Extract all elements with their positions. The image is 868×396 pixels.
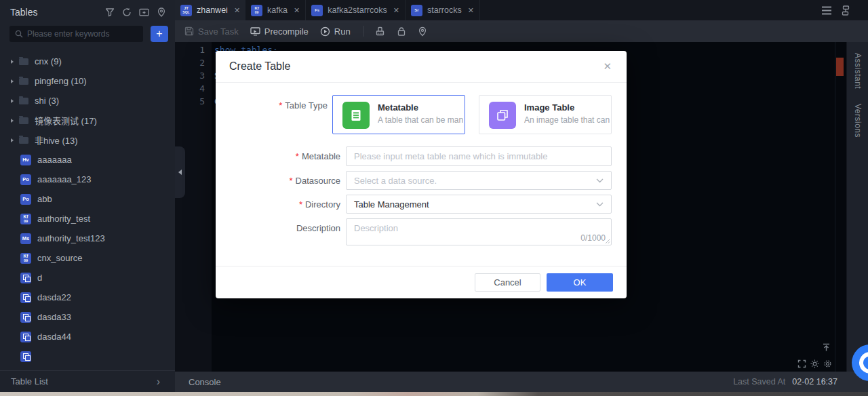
description-textarea[interactable] [347,219,611,245]
precompile-button[interactable]: Precompile [250,26,309,37]
tree-item-label: 镜像表测试 (17) [35,114,97,127]
tree-item[interactable]: shi (3) [0,91,175,111]
editor-tab[interactable]: Sr starrocks ✕ [406,0,480,20]
close-tab-icon[interactable]: ✕ [294,6,300,15]
metatable-label: *Metatable [216,151,340,161]
workflow-icon[interactable] [841,5,850,16]
new-folder-icon[interactable] [139,7,149,17]
table-type-card-metatable[interactable]: Metatable A table that can be managed [332,95,465,134]
ok-button[interactable]: OK [547,273,613,292]
tree-item-label: dasda22 [37,292,71,302]
table-type-badge [20,273,31,283]
panel-title: Tables [10,7,37,18]
position-pin-icon[interactable] [418,26,427,37]
table-type-badge [20,332,31,342]
tree-item-label: cnx_source [37,253,82,263]
image-table-icon [489,102,516,129]
error-marker [836,58,844,76]
tree-item[interactable]: Po abb [0,189,175,209]
console-tab[interactable]: Console [189,377,221,387]
task-type-icon: Kf09 [251,5,262,16]
editor-tab[interactable]: JTSQL zhanwei ✕ [175,0,245,20]
line-number: 5 [175,96,205,106]
dialog-footer: Cancel OK [216,266,627,298]
table-list-label: Table List [11,376,48,387]
theme-icon[interactable] [810,359,819,368]
tree-item[interactable]: d [0,268,175,288]
tree-item[interactable]: Po aaaaaaa_123 [0,170,175,189]
versions-tab[interactable]: Versions [853,104,863,138]
settings-gear-icon[interactable] [823,359,832,368]
tree-item[interactable]: Kf09 authority_test [0,209,175,229]
chevron-right-icon[interactable]: › [157,377,160,387]
directory-label: *Directory [216,199,340,210]
datasource-select[interactable]: Select a data source. [346,171,612,190]
table-type-badge [20,312,31,323]
task-type-icon: JTSQL [180,5,192,16]
close-dialog-icon[interactable]: ✕ [603,60,612,73]
cancel-button[interactable]: Cancel [475,273,540,292]
lock-icon[interactable] [397,26,406,37]
table-tree: cnx (9) pingfeng (10) shi (3) 镜像表测试 (1 [0,52,175,370]
editor-tab[interactable]: Kf09 kafka ✕ [245,0,306,20]
tables-panel: Tables + cnx (9) p [0,0,175,392]
tree-item-label: 非hive (13) [35,134,78,146]
directory-select[interactable]: Table Management [346,195,612,214]
description-label: Description [216,223,340,233]
menu-icon[interactable] [821,6,832,15]
search-input[interactable] [27,29,129,39]
scroll-to-top-icon[interactable] [822,343,831,352]
status-bar: Console Last Saved At 02-02 16:37 [175,372,868,392]
tree-item[interactable]: pingfeng (10) [0,71,175,91]
caret-right-icon [11,99,14,103]
task-type-icon: Sr [411,5,422,16]
resize-handle-icon[interactable] [605,239,610,244]
filter-icon[interactable] [105,7,115,17]
metatable-icon [342,102,370,129]
caret-right-icon [11,60,14,64]
tree-item-label: pingfeng (10) [35,76,87,86]
add-table-button[interactable]: + [151,26,168,42]
format-brush-icon[interactable] [375,26,385,37]
card-title: Metatable [378,102,463,113]
search-input-wrap [9,26,143,42]
caret-right-icon [11,79,14,83]
close-tab-icon[interactable]: ✕ [234,6,240,15]
tree-item[interactable]: dasda33 [0,307,175,327]
tree-item[interactable]: Hv aaaaaaa [0,150,175,170]
refresh-icon[interactable] [122,7,132,17]
close-tab-icon[interactable]: ✕ [393,6,399,15]
metatable-name-input[interactable] [347,147,611,165]
tree-item[interactable]: 非hive (13) [0,130,175,150]
editor-tab[interactable]: Fs kafka2starrcoks ✕ [306,0,406,20]
tree-item-label: d [37,273,42,283]
save-task-button[interactable]: Save Task [184,26,239,37]
line-number: 3 [175,71,205,81]
tree-item-label: shi (3) [35,96,59,106]
tree-item[interactable]: dasda22 [0,288,175,307]
table-type-badge: Kf09 [20,253,31,264]
save-icon [184,26,194,36]
tree-item[interactable]: 镜像表测试 (17) [0,111,175,130]
fullscreen-icon[interactable] [797,359,806,368]
char-counter: 0/1000 [580,233,606,243]
tree-item[interactable]: Ms authority_test123 [0,229,175,248]
tree-item[interactable]: cnx (9) [0,52,175,71]
editor-tabbar: JTSQL zhanwei ✕ Kf09 kafka ✕ Fs kafka2st… [175,0,868,20]
tree-item[interactable]: dasda44 [0,327,175,346]
table-type-badge [20,292,31,303]
table-list-footer[interactable]: Table List › [0,370,175,392]
dialog-title: Create Table [229,60,290,73]
tree-item[interactable] [0,346,175,366]
tree-item-label: aaaaaaa_123 [37,174,92,184]
close-tab-icon[interactable]: ✕ [468,6,474,15]
tree-item[interactable]: Kf09 cnx_source [0,248,175,268]
run-button[interactable]: Run [320,26,351,37]
card-title: Image Table [524,102,610,113]
locate-icon[interactable] [157,7,166,17]
tables-panel-header: Tables [0,0,175,24]
assistant-tab[interactable]: Assistant [853,53,863,89]
table-type-card-image-table[interactable]: Image Table An image table that can be u [479,95,612,134]
caret-right-icon [11,138,14,142]
sidebar-collapse-handle[interactable] [175,146,185,198]
